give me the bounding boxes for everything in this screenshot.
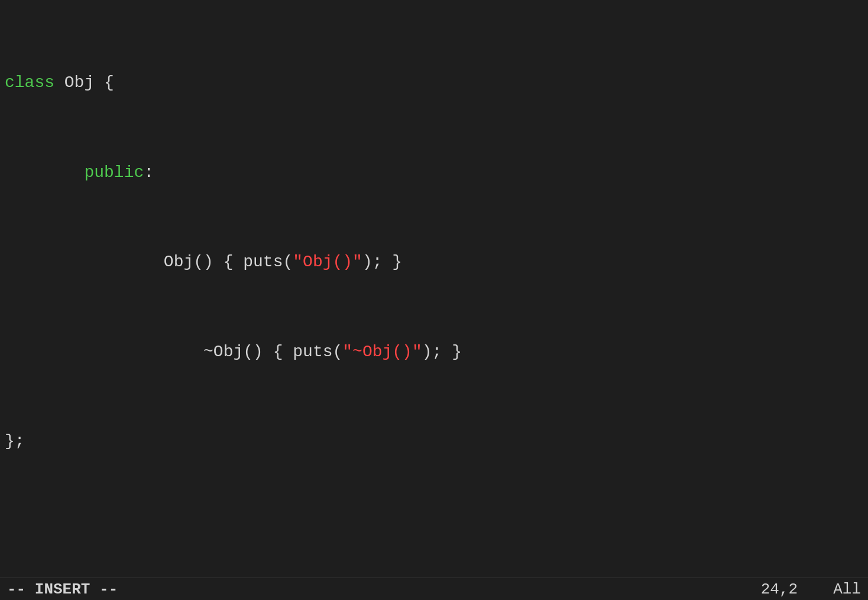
code-line-2: public: [0, 162, 868, 184]
code-line-5: }; [0, 430, 868, 453]
code-area[interactable]: class Obj { public: Obj() { puts("Obj()"… [0, 0, 868, 578]
code-line-6 [0, 520, 868, 542]
code-line-4: ~Obj() { puts("~Obj()"); } [0, 341, 868, 363]
editor-container: class Obj { public: Obj() { puts("Obj()"… [0, 0, 868, 600]
status-left: -- INSERT -- [7, 580, 118, 598]
code-content: class Obj { public: Obj() { puts("Obj()"… [0, 0, 868, 578]
status-bar: -- INSERT -- 24,2 All [0, 578, 868, 600]
scroll-position: All [833, 580, 861, 598]
status-mode: -- INSERT -- [7, 580, 118, 598]
code-line-1: class Obj { [0, 72, 868, 94]
code-line-3: Obj() { puts("Obj()"); } [0, 251, 868, 273]
status-right: 24,2 All [761, 580, 861, 598]
cursor-position: 24,2 [761, 580, 798, 598]
